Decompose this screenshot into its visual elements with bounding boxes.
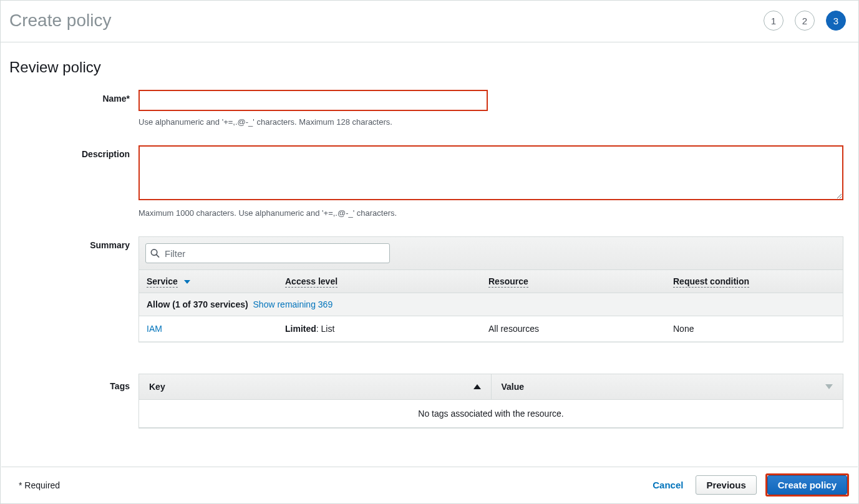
table-row: IAM Limited: List All resources None: [139, 316, 843, 342]
description-textarea[interactable]: [138, 145, 843, 200]
cancel-button[interactable]: Cancel: [649, 479, 687, 491]
footer-bar: * Required Cancel Previous Create policy: [1, 467, 858, 503]
footer-actions: Cancel Previous Create policy: [649, 473, 849, 497]
create-policy-highlight: Create policy: [765, 473, 849, 497]
access-level-cell: Limited: List: [285, 324, 488, 334]
tags-label: Tags: [9, 374, 138, 429]
description-label: Description: [9, 145, 138, 218]
description-help-text: Maximum 1000 characters. Use alphanumeri…: [138, 208, 850, 218]
allow-group-row: Allow (1 of 370 services) Show remaining…: [139, 293, 843, 316]
summary-label: Summary: [9, 236, 138, 342]
summary-filter-input[interactable]: [145, 243, 390, 263]
summary-filter-bar: [139, 237, 843, 270]
summary-table: Service Access level Resource Request co…: [138, 236, 843, 342]
allow-count-text: Allow (1 of 370 services): [147, 299, 248, 309]
name-help-text: Use alphanumeric and '+=,.@-_' character…: [138, 117, 850, 127]
show-remaining-link[interactable]: Show remaining 369: [253, 299, 333, 309]
description-row: Description Maximum 1000 characters. Use…: [9, 145, 850, 218]
search-icon: [150, 249, 160, 258]
tags-table: Key Value No tags associated with the re…: [138, 374, 843, 429]
tags-header-row: Key Value: [139, 374, 843, 400]
step-2[interactable]: 2: [795, 11, 815, 31]
wizard-steps: 1 2 3: [764, 11, 846, 31]
col-access-header[interactable]: Access level: [278, 270, 481, 293]
tags-col-key-header[interactable]: Key: [139, 374, 492, 399]
name-input[interactable]: [138, 90, 488, 111]
condition-cell: None: [673, 324, 835, 334]
col-service-header[interactable]: Service: [139, 270, 278, 293]
previous-button[interactable]: Previous: [696, 475, 756, 495]
page-title: Create policy: [9, 11, 111, 31]
resource-cell: All resources: [488, 324, 673, 334]
step-1[interactable]: 1: [764, 11, 784, 31]
tags-col-value-header[interactable]: Value: [492, 374, 843, 399]
step-3[interactable]: 3: [826, 11, 846, 31]
tags-row: Tags Key Value No tags associated with t…: [9, 374, 850, 429]
sort-desc-icon: [825, 384, 833, 389]
col-resource-header[interactable]: Resource: [481, 270, 666, 293]
name-label: Name*: [9, 90, 138, 127]
service-link[interactable]: IAM: [147, 324, 285, 334]
summary-row: Summary Service: [9, 236, 850, 342]
create-policy-button[interactable]: Create policy: [767, 475, 847, 495]
sort-asc-icon: [473, 384, 481, 389]
required-note: * Required: [19, 480, 60, 490]
svg-line-1: [157, 254, 159, 257]
section-title: Review policy: [9, 59, 850, 76]
sort-caret-icon: [184, 280, 190, 284]
col-condition-header[interactable]: Request condition: [666, 270, 843, 293]
tags-empty-text: No tags associated with the resource.: [139, 400, 843, 428]
name-row: Name* Use alphanumeric and '+=,.@-_' cha…: [9, 90, 850, 127]
summary-header-row: Service Access level Resource Request co…: [139, 270, 843, 293]
page-header: Create policy 1 2 3: [1, 1, 858, 42]
